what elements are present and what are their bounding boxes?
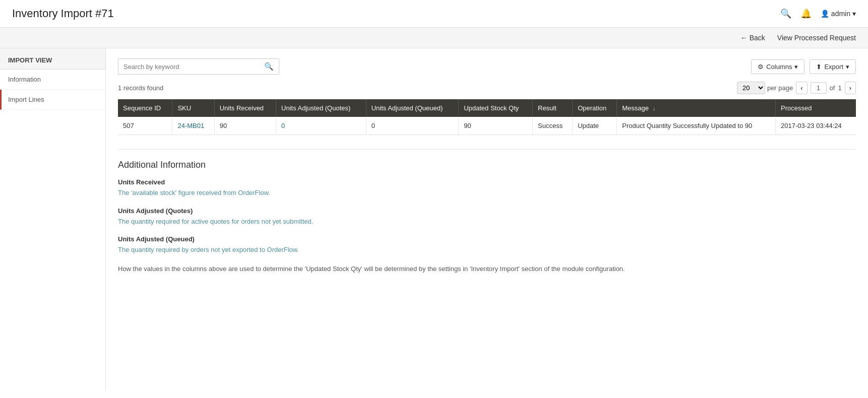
info-block-title-units-adjusted-queued: Units Adjusted (Queued) bbox=[118, 235, 856, 243]
cell-operation: Update bbox=[573, 117, 617, 135]
cell-result: Success bbox=[533, 117, 573, 135]
user-name: admin bbox=[831, 10, 850, 18]
cell-updated-stock-qty: 90 bbox=[459, 117, 533, 135]
per-page-label: per page bbox=[767, 84, 793, 92]
col-units-adjusted-quotes: Units Adjusted (Quotes) bbox=[276, 99, 366, 117]
toolbar-right: ⚙ Columns ▾ ⬆ Export ▾ bbox=[751, 59, 856, 74]
cell-message: Product Quantity Successfully Updated to… bbox=[617, 117, 776, 135]
sku-link[interactable]: 24-MB01 bbox=[177, 122, 204, 129]
page-title: Inventory Import #71 bbox=[12, 7, 114, 20]
info-block-desc-units-adjusted-quotes: The quantity required for active quotes … bbox=[118, 217, 856, 227]
chevron-down-icon: ▾ bbox=[852, 10, 856, 18]
prev-page-button[interactable]: ‹ bbox=[796, 82, 807, 94]
current-page: 1 bbox=[811, 82, 827, 94]
columns-button[interactable]: ⚙ Columns ▾ bbox=[751, 59, 804, 74]
cell-sku: 24-MB01 bbox=[172, 117, 214, 135]
total-pages: 1 bbox=[838, 84, 841, 92]
col-sku: SKU bbox=[172, 99, 214, 117]
col-operation: Operation bbox=[573, 99, 617, 117]
info-block-title-units-received: Units Received bbox=[118, 178, 856, 186]
col-units-received: Units Received bbox=[214, 99, 276, 117]
records-found-label: 1 records found bbox=[118, 84, 163, 92]
table-header: Sequence ID SKU Units Received Units Adj… bbox=[118, 99, 856, 117]
sub-header: ← Back View Processed Request bbox=[0, 28, 868, 48]
search-icon: 🔍 bbox=[264, 62, 274, 71]
chevron-down-icon: ▾ bbox=[846, 63, 849, 71]
back-button[interactable]: ← Back bbox=[740, 34, 765, 42]
search-input[interactable] bbox=[123, 63, 264, 71]
cell-units-adjusted-queued: 0 bbox=[366, 117, 459, 135]
table-body: 507 24-MB01 90 0 0 90 Success Update Pro… bbox=[118, 117, 856, 135]
export-button[interactable]: ⬆ Export ▾ bbox=[810, 59, 856, 74]
cell-units-received: 90 bbox=[214, 117, 276, 135]
gear-icon: ⚙ bbox=[758, 63, 764, 71]
view-processed-button[interactable]: View Processed Request bbox=[777, 34, 856, 42]
chevron-down-icon: ▾ bbox=[794, 63, 798, 71]
units-adjusted-quotes-link[interactable]: 0 bbox=[281, 122, 285, 129]
col-message: Message ↓ bbox=[617, 99, 776, 117]
next-page-button[interactable]: › bbox=[845, 82, 856, 94]
of-label: of bbox=[830, 84, 835, 92]
pagination-wrap: 20 50 100 per page ‹ 1 of 1 › bbox=[737, 82, 856, 94]
info-block-units-adjusted-queued: Units Adjusted (Queued) The quantity req… bbox=[118, 235, 856, 255]
col-processed: Processed bbox=[776, 99, 856, 117]
sidebar-title: IMPORT VIEW bbox=[0, 48, 105, 70]
import-lines-table: Sequence ID SKU Units Received Units Adj… bbox=[118, 99, 856, 135]
search-icon[interactable]: 🔍 bbox=[780, 8, 791, 19]
info-block-desc-units-received: The 'available stock' figure received fr… bbox=[118, 188, 856, 198]
per-page-dropdown[interactable]: 20 50 100 bbox=[737, 82, 765, 94]
export-icon: ⬆ bbox=[816, 63, 822, 71]
sidebar: IMPORT VIEW Information Import Lines bbox=[0, 48, 106, 391]
table-row: 507 24-MB01 90 0 0 90 Success Update Pro… bbox=[118, 117, 856, 135]
cell-units-adjusted-quotes: 0 bbox=[276, 117, 366, 135]
records-info-bar: 1 records found 20 50 100 per page ‹ 1 o… bbox=[118, 82, 856, 94]
bell-icon[interactable]: 🔔 bbox=[800, 8, 812, 19]
col-result: Result bbox=[533, 99, 573, 117]
info-block-title-units-adjusted-quotes: Units Adjusted (Quotes) bbox=[118, 207, 856, 215]
search-input-wrap[interactable]: 🔍 bbox=[118, 58, 279, 75]
info-block-units-received: Units Received The 'available stock' fig… bbox=[118, 178, 856, 198]
cell-sequence-id: 507 bbox=[118, 117, 172, 135]
main-layout: IMPORT VIEW Information Import Lines 🔍 ⚙… bbox=[0, 48, 868, 391]
col-sequence-id: Sequence ID bbox=[118, 99, 172, 117]
info-block-desc-units-adjusted-queued: The quantity required by orders not yet … bbox=[118, 245, 856, 255]
sidebar-item-import-lines[interactable]: Import Lines bbox=[0, 90, 105, 110]
per-page-select: 20 50 100 per page bbox=[737, 82, 793, 94]
header-icons: 🔍 🔔 👤 admin ▾ bbox=[780, 8, 856, 19]
sort-icon: ↓ bbox=[653, 105, 656, 111]
user-icon: 👤 bbox=[821, 10, 829, 18]
user-menu[interactable]: 👤 admin ▾ bbox=[821, 10, 856, 18]
main-content: 🔍 ⚙ Columns ▾ ⬆ Export ▾ 1 records found bbox=[106, 48, 868, 391]
info-block-units-adjusted-quotes: Units Adjusted (Quotes) The quantity req… bbox=[118, 207, 856, 227]
cell-processed: 2017-03-23 03:44:24 bbox=[776, 117, 856, 135]
col-units-adjusted-queued: Units Adjusted (Queued) bbox=[366, 99, 459, 117]
additional-info-title: Additional Information bbox=[118, 160, 856, 170]
info-summary: How the values in the columns above are … bbox=[118, 264, 856, 275]
top-header: Inventory Import #71 🔍 🔔 👤 admin ▾ bbox=[0, 0, 868, 28]
col-updated-stock-qty: Updated Stock Qty bbox=[459, 99, 533, 117]
sidebar-item-information[interactable]: Information bbox=[0, 70, 105, 90]
search-toolbar: 🔍 ⚙ Columns ▾ ⬆ Export ▾ bbox=[118, 58, 856, 75]
additional-info-section: Additional Information Units Received Th… bbox=[118, 149, 856, 274]
